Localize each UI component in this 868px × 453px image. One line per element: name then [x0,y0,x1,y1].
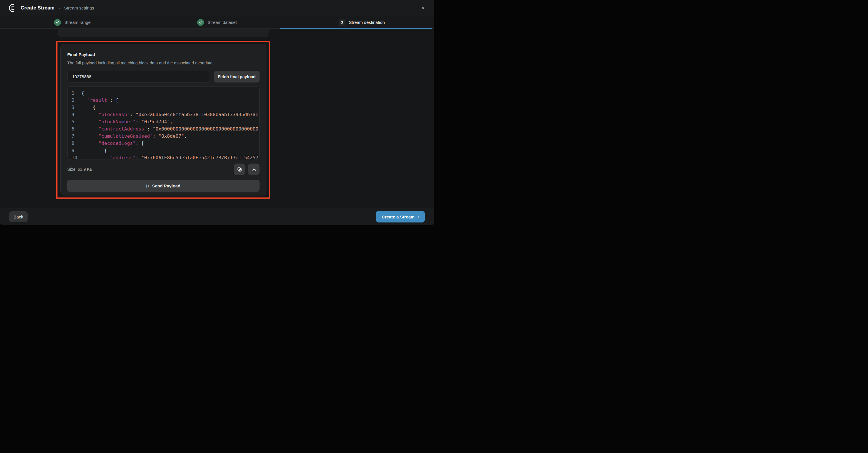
code-line: 4 "blockHash": "0xe2a6d6604c8ffa5b338110… [71,111,259,118]
code-line: 3 { [71,104,259,111]
page-title: Create Stream [21,5,55,11]
previous-section-card-clipped [58,29,269,37]
code-line: 7 "cumulativeGasUsed": "0x8de07", [71,132,259,140]
main-content: Final Payload The full payload including… [0,29,434,208]
code-line: 9 { [71,147,259,154]
code-line: 8 "decodedLogs": [ [71,140,259,147]
copy-icon [237,167,242,172]
step-stream-destination[interactable]: 3 Stream destination [289,16,434,28]
payload-size-label: Size: 61.9 KB [67,167,93,172]
footer-bar: Back Create a Stream › [0,208,434,225]
payload-meta-row: Size: 61.9 KB [67,163,259,175]
code-line: 1{ [71,89,259,97]
breadcrumb-current: Stream settings [64,5,94,10]
quicknode-logo-icon [8,4,17,12]
step-number-badge: 3 [339,19,345,26]
step-stream-range[interactable]: Stream range [0,16,145,28]
code-line: 10 "address": "0x760AfE86e5de5fa0Ee542fc… [71,154,259,160]
copy-button[interactable] [234,163,245,175]
send-payload-label: Send Payload [152,183,180,188]
code-line: 6 "contractAddress": "0x0000000000000000… [71,125,259,132]
code-line: 2 "result": [ [71,97,259,104]
fetch-final-payload-button[interactable]: Fetch final payload [214,71,259,83]
fetch-row: Fetch final payload [67,71,259,83]
code-lines: 1{2 "result": [3 {4 "blockHash": "0xe2a6… [71,89,259,160]
create-stream-button[interactable]: Create a Stream › [376,211,425,222]
breadcrumb-chevron-icon: › [59,5,60,10]
create-stream-modal: Create Stream › Stream settings × Stream… [0,0,434,225]
send-payload-button[interactable]: ▷ Send Payload [67,180,259,192]
step-stream-dataset[interactable]: Stream dataset [145,16,289,28]
create-stream-label: Create a Stream [382,214,414,219]
back-button[interactable]: Back [9,211,28,222]
check-icon [54,19,61,26]
close-icon[interactable]: × [421,5,425,11]
chevron-right-icon: › [417,214,419,220]
section-description: The full payload including all matching … [67,61,259,65]
final-payload-card: Final Payload The full payload including… [60,44,267,195]
play-icon: ▷ [146,183,150,188]
download-icon [251,167,257,172]
step-label: Stream destination [349,20,385,25]
wizard-stepper: Stream range Stream dataset 3 Stream des… [0,16,434,29]
code-line: 5 "blockNumber": "0x9cd7d4", [71,118,259,125]
top-bar: Create Stream › Stream settings × [0,0,434,16]
step-label: Stream range [64,20,91,25]
payload-code-viewer[interactable]: 1{2 "result": [3 {4 "blockHash": "0xe2a6… [67,86,259,160]
check-icon [197,19,204,26]
red-highlight-annotation: Final Payload The full payload including… [56,41,270,199]
download-button[interactable] [248,163,259,175]
section-title: Final Payload [67,52,259,57]
step-label: Stream dataset [208,20,237,25]
block-number-input[interactable] [67,71,209,83]
